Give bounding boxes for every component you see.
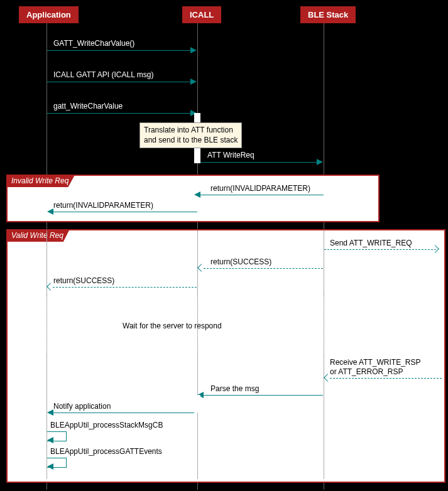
- wait-text: Wait for the server to respond: [123, 321, 222, 330]
- arrow-1: [47, 50, 191, 51]
- msg-gatt-write-char-value-lc: gatt_WriteCharValue: [53, 102, 123, 111]
- msg-send-att-write-req: Send ATT_WRITE_REQ: [330, 239, 412, 247]
- arrow-6: [53, 212, 197, 212]
- lifeline-ble-valid: [324, 230, 325, 296]
- arrow-7: [324, 249, 436, 250]
- note-translate: Translate into ATT function and send it …: [139, 122, 242, 148]
- participant-ble: BLE Stack: [300, 6, 356, 23]
- arrow-13-head: [47, 437, 53, 443]
- lifeline-icall-resume: [197, 355, 199, 479]
- note-line2: and send it to the BLE stack: [144, 136, 238, 144]
- note-line1: Translate into ATT function: [144, 126, 233, 134]
- lifeline-ble-wait: [324, 296, 325, 355]
- msg-notify: Notify application: [53, 402, 111, 411]
- group-valid-label: Valid Write Req: [6, 229, 70, 242]
- msg-gatt-write-char-value: GATT_WriteCharValue(): [53, 39, 134, 48]
- group-invalid-text: Invalid Write Req: [11, 176, 68, 185]
- msg-process-gatt: BLEAppUtil_processGATTEvents: [50, 447, 162, 456]
- group-invalid-label: Invalid Write Req: [6, 175, 75, 187]
- lifeline-app-wait: [46, 296, 48, 355]
- arrow-14-head: [47, 463, 53, 470]
- participant-application: Application: [19, 6, 79, 23]
- arrow-5: [200, 195, 324, 195]
- arrow-11: [204, 395, 323, 396]
- msg-parse: Parse the msg: [210, 384, 259, 393]
- participant-icall: ICALL: [182, 6, 221, 23]
- arrow-10: [330, 378, 442, 379]
- msg-receive-rsp-l1: Receive ATT_WRITE_RSP: [330, 358, 420, 367]
- arrow-4: [200, 162, 317, 163]
- group-valid-text: Valid Write Req: [11, 231, 63, 240]
- arrow-12: [53, 413, 194, 413]
- arrow-2-head: [190, 78, 197, 85]
- msg-receive-rsp-l2: or ATT_ERROR_RSP: [330, 367, 403, 376]
- activation-icall-2: [194, 395, 200, 413]
- msg-process-stack: BLEAppUtil_processStackMsgCB: [50, 421, 163, 429]
- lifeline-ble-resume: [324, 355, 325, 479]
- group-valid: [6, 229, 445, 483]
- participant-ble-label: BLE Stack: [308, 10, 348, 19]
- msg-return-success-2: return(SUCCESS): [53, 276, 114, 285]
- arrow-4-head: [317, 159, 323, 165]
- msg-att-write-req: ATT WriteReq: [207, 151, 254, 159]
- arrow-9: [53, 287, 197, 288]
- arrow-5-head: [194, 192, 200, 198]
- arrow-6-head: [47, 208, 53, 215]
- msg-icall-gatt-api: ICALL GATT API (ICALL msg): [53, 70, 153, 79]
- arrow-12-head: [47, 409, 53, 416]
- msg-return-invalid-1: return(INVALIDPARAMETER): [210, 184, 310, 193]
- participant-application-label: Application: [26, 10, 71, 19]
- msg-return-success-1: return(SUCCESS): [210, 257, 271, 266]
- arrow-8: [204, 268, 323, 269]
- arrow-1-head: [190, 47, 197, 53]
- arrow-2: [47, 82, 191, 82]
- lifeline-icall-valid: [197, 230, 199, 296]
- msg-return-invalid-2: return(INVALIDPARAMETER): [53, 201, 153, 210]
- arrow-3: [47, 113, 191, 114]
- participant-icall-label: ICALL: [190, 10, 214, 19]
